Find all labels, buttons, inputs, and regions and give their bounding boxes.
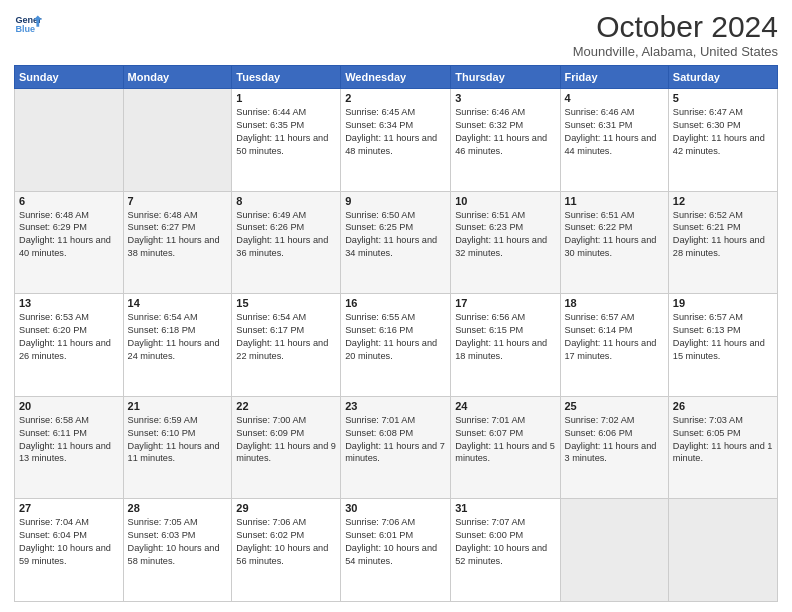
- table-row: 21Sunrise: 6:59 AMSunset: 6:10 PMDayligh…: [123, 396, 232, 499]
- table-row: 27Sunrise: 7:04 AMSunset: 6:04 PMDayligh…: [15, 499, 124, 602]
- day-number: 26: [673, 400, 773, 412]
- table-row: 25Sunrise: 7:02 AMSunset: 6:06 PMDayligh…: [560, 396, 668, 499]
- day-info: Sunrise: 6:59 AMSunset: 6:10 PMDaylight:…: [128, 414, 228, 466]
- table-row: 29Sunrise: 7:06 AMSunset: 6:02 PMDayligh…: [232, 499, 341, 602]
- day-info: Sunrise: 7:03 AMSunset: 6:05 PMDaylight:…: [673, 414, 773, 466]
- table-row: 9Sunrise: 6:50 AMSunset: 6:25 PMDaylight…: [341, 191, 451, 294]
- table-row: 14Sunrise: 6:54 AMSunset: 6:18 PMDayligh…: [123, 294, 232, 397]
- logo-icon: General Blue: [14, 10, 42, 38]
- col-wednesday: Wednesday: [341, 66, 451, 89]
- day-number: 4: [565, 92, 664, 104]
- day-info: Sunrise: 6:56 AMSunset: 6:15 PMDaylight:…: [455, 311, 555, 363]
- day-number: 1: [236, 92, 336, 104]
- table-row: 4Sunrise: 6:46 AMSunset: 6:31 PMDaylight…: [560, 89, 668, 192]
- day-number: 21: [128, 400, 228, 412]
- day-number: 17: [455, 297, 555, 309]
- month-title: October 2024: [573, 10, 778, 44]
- day-info: Sunrise: 6:55 AMSunset: 6:16 PMDaylight:…: [345, 311, 446, 363]
- day-info: Sunrise: 7:07 AMSunset: 6:00 PMDaylight:…: [455, 516, 555, 568]
- day-number: 7: [128, 195, 228, 207]
- table-row: 1Sunrise: 6:44 AMSunset: 6:35 PMDaylight…: [232, 89, 341, 192]
- table-row: [123, 89, 232, 192]
- day-info: Sunrise: 7:04 AMSunset: 6:04 PMDaylight:…: [19, 516, 119, 568]
- day-number: 25: [565, 400, 664, 412]
- table-row: 23Sunrise: 7:01 AMSunset: 6:08 PMDayligh…: [341, 396, 451, 499]
- table-row: 22Sunrise: 7:00 AMSunset: 6:09 PMDayligh…: [232, 396, 341, 499]
- day-info: Sunrise: 6:53 AMSunset: 6:20 PMDaylight:…: [19, 311, 119, 363]
- col-saturday: Saturday: [668, 66, 777, 89]
- day-number: 10: [455, 195, 555, 207]
- day-info: Sunrise: 6:52 AMSunset: 6:21 PMDaylight:…: [673, 209, 773, 261]
- day-info: Sunrise: 6:54 AMSunset: 6:17 PMDaylight:…: [236, 311, 336, 363]
- table-row: 7Sunrise: 6:48 AMSunset: 6:27 PMDaylight…: [123, 191, 232, 294]
- page: General Blue October 2024 Moundville, Al…: [0, 0, 792, 612]
- day-number: 14: [128, 297, 228, 309]
- day-number: 30: [345, 502, 446, 514]
- day-number: 31: [455, 502, 555, 514]
- day-info: Sunrise: 6:51 AMSunset: 6:22 PMDaylight:…: [565, 209, 664, 261]
- header-right: October 2024 Moundville, Alabama, United…: [573, 10, 778, 59]
- day-number: 24: [455, 400, 555, 412]
- table-row: 12Sunrise: 6:52 AMSunset: 6:21 PMDayligh…: [668, 191, 777, 294]
- day-info: Sunrise: 7:05 AMSunset: 6:03 PMDaylight:…: [128, 516, 228, 568]
- logo: General Blue: [14, 10, 42, 38]
- svg-text:Blue: Blue: [15, 24, 35, 34]
- day-info: Sunrise: 6:57 AMSunset: 6:14 PMDaylight:…: [565, 311, 664, 363]
- day-info: Sunrise: 6:48 AMSunset: 6:27 PMDaylight:…: [128, 209, 228, 261]
- table-row: [560, 499, 668, 602]
- table-row: [668, 499, 777, 602]
- table-row: 13Sunrise: 6:53 AMSunset: 6:20 PMDayligh…: [15, 294, 124, 397]
- day-number: 15: [236, 297, 336, 309]
- calendar-week-row: 13Sunrise: 6:53 AMSunset: 6:20 PMDayligh…: [15, 294, 778, 397]
- col-tuesday: Tuesday: [232, 66, 341, 89]
- calendar-week-row: 6Sunrise: 6:48 AMSunset: 6:29 PMDaylight…: [15, 191, 778, 294]
- day-info: Sunrise: 6:51 AMSunset: 6:23 PMDaylight:…: [455, 209, 555, 261]
- location: Moundville, Alabama, United States: [573, 44, 778, 59]
- day-number: 18: [565, 297, 664, 309]
- table-row: [15, 89, 124, 192]
- day-number: 27: [19, 502, 119, 514]
- day-number: 5: [673, 92, 773, 104]
- table-row: 2Sunrise: 6:45 AMSunset: 6:34 PMDaylight…: [341, 89, 451, 192]
- table-row: 5Sunrise: 6:47 AMSunset: 6:30 PMDaylight…: [668, 89, 777, 192]
- day-info: Sunrise: 6:48 AMSunset: 6:29 PMDaylight:…: [19, 209, 119, 261]
- day-number: 3: [455, 92, 555, 104]
- day-number: 8: [236, 195, 336, 207]
- day-number: 2: [345, 92, 446, 104]
- day-number: 12: [673, 195, 773, 207]
- day-info: Sunrise: 6:47 AMSunset: 6:30 PMDaylight:…: [673, 106, 773, 158]
- day-number: 22: [236, 400, 336, 412]
- day-number: 9: [345, 195, 446, 207]
- day-info: Sunrise: 7:00 AMSunset: 6:09 PMDaylight:…: [236, 414, 336, 466]
- day-number: 16: [345, 297, 446, 309]
- table-row: 18Sunrise: 6:57 AMSunset: 6:14 PMDayligh…: [560, 294, 668, 397]
- day-number: 20: [19, 400, 119, 412]
- table-row: 28Sunrise: 7:05 AMSunset: 6:03 PMDayligh…: [123, 499, 232, 602]
- table-row: 20Sunrise: 6:58 AMSunset: 6:11 PMDayligh…: [15, 396, 124, 499]
- calendar: Sunday Monday Tuesday Wednesday Thursday…: [14, 65, 778, 602]
- day-info: Sunrise: 6:54 AMSunset: 6:18 PMDaylight:…: [128, 311, 228, 363]
- day-info: Sunrise: 6:44 AMSunset: 6:35 PMDaylight:…: [236, 106, 336, 158]
- day-number: 6: [19, 195, 119, 207]
- table-row: 6Sunrise: 6:48 AMSunset: 6:29 PMDaylight…: [15, 191, 124, 294]
- day-info: Sunrise: 7:01 AMSunset: 6:08 PMDaylight:…: [345, 414, 446, 466]
- day-number: 13: [19, 297, 119, 309]
- col-monday: Monday: [123, 66, 232, 89]
- day-info: Sunrise: 6:49 AMSunset: 6:26 PMDaylight:…: [236, 209, 336, 261]
- day-info: Sunrise: 6:58 AMSunset: 6:11 PMDaylight:…: [19, 414, 119, 466]
- day-number: 23: [345, 400, 446, 412]
- table-row: 16Sunrise: 6:55 AMSunset: 6:16 PMDayligh…: [341, 294, 451, 397]
- col-sunday: Sunday: [15, 66, 124, 89]
- day-number: 19: [673, 297, 773, 309]
- day-info: Sunrise: 7:01 AMSunset: 6:07 PMDaylight:…: [455, 414, 555, 466]
- day-info: Sunrise: 7:02 AMSunset: 6:06 PMDaylight:…: [565, 414, 664, 466]
- day-info: Sunrise: 6:46 AMSunset: 6:31 PMDaylight:…: [565, 106, 664, 158]
- col-thursday: Thursday: [451, 66, 560, 89]
- table-row: 15Sunrise: 6:54 AMSunset: 6:17 PMDayligh…: [232, 294, 341, 397]
- table-row: 31Sunrise: 7:07 AMSunset: 6:00 PMDayligh…: [451, 499, 560, 602]
- table-row: 10Sunrise: 6:51 AMSunset: 6:23 PMDayligh…: [451, 191, 560, 294]
- calendar-week-row: 1Sunrise: 6:44 AMSunset: 6:35 PMDaylight…: [15, 89, 778, 192]
- day-info: Sunrise: 6:57 AMSunset: 6:13 PMDaylight:…: [673, 311, 773, 363]
- calendar-week-row: 20Sunrise: 6:58 AMSunset: 6:11 PMDayligh…: [15, 396, 778, 499]
- day-info: Sunrise: 7:06 AMSunset: 6:01 PMDaylight:…: [345, 516, 446, 568]
